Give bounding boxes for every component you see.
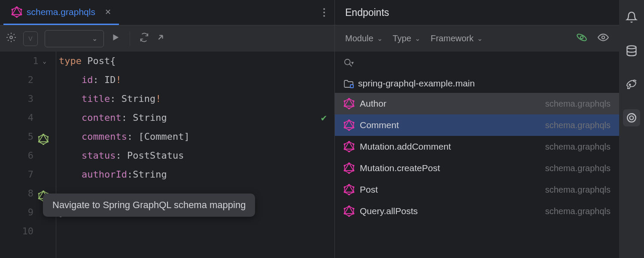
endpoint-name: Mutation.addComment bbox=[360, 141, 451, 152]
endpoint-file: schema.graphqls bbox=[545, 142, 611, 152]
graphql-icon bbox=[343, 184, 355, 195]
open-external-icon[interactable] bbox=[156, 33, 165, 44]
svg-point-18 bbox=[345, 59, 350, 65]
endpoint-item[interactable]: Query.allPosts schema.graphqls bbox=[335, 200, 619, 222]
graphql-icon bbox=[343, 141, 355, 152]
endpoint-file: schema.graphqls bbox=[545, 185, 611, 195]
graphql-icon bbox=[11, 6, 22, 18]
graphql-icon bbox=[343, 206, 355, 217]
endpoint-file: schema.graphqls bbox=[545, 206, 611, 216]
svg-point-23 bbox=[630, 116, 634, 120]
tab-overflow-menu[interactable] bbox=[317, 8, 331, 17]
endpoint-item[interactable]: Post schema.graphqls bbox=[335, 179, 619, 200]
graphql-icon bbox=[343, 98, 355, 109]
filter-framework[interactable]: Framework⌄ bbox=[431, 34, 483, 43]
endpoint-item[interactable]: Mutation.addComment schema.graphqls bbox=[335, 136, 619, 157]
refresh-icon[interactable] bbox=[140, 33, 149, 44]
endpoint-name: Mutation.createPost bbox=[360, 163, 440, 173]
run-button[interactable] bbox=[111, 33, 120, 44]
endpoint-item[interactable]: Comment schema.graphqls bbox=[335, 114, 619, 136]
endpoint-item[interactable]: Mutation.createPost schema.graphqls bbox=[335, 157, 619, 179]
run-toolbar: V ⌄ bbox=[0, 25, 334, 52]
show-icon[interactable] bbox=[598, 32, 609, 46]
endpoint-name: Author bbox=[360, 98, 386, 109]
tab-bar: schema.graphqls ✕ bbox=[0, 0, 334, 25]
filter-module[interactable]: Module⌄ bbox=[345, 34, 383, 43]
tooltip: Navigate to Spring GraphQL schema mappin… bbox=[43, 194, 255, 217]
tab-schema[interactable]: schema.graphqls ✕ bbox=[3, 0, 119, 25]
tab-label: schema.graphqls bbox=[27, 7, 95, 17]
endpoints-title: Endpoints bbox=[335, 0, 619, 25]
svg-point-15 bbox=[580, 36, 583, 39]
endpoints-search[interactable]: ▾ bbox=[335, 52, 619, 74]
endpoint-name: Comment bbox=[360, 120, 399, 130]
code-area[interactable]: type Post{ id: ID! title: String! conten… bbox=[56, 52, 190, 258]
svg-point-14 bbox=[10, 36, 12, 39]
endpoint-file: schema.graphqls bbox=[545, 99, 611, 109]
chevron-down-icon: ⌄ bbox=[415, 34, 420, 43]
endpoint-name: Query.allPosts bbox=[360, 206, 418, 216]
svg-point-17 bbox=[602, 36, 605, 39]
endpoints-panel: Endpoints Module⌄ Type⌄ Framework⌄ ▾ spr… bbox=[335, 0, 619, 258]
editor-panel: schema.graphqls ✕ V ⌄ bbox=[0, 0, 335, 258]
chevron-down-icon: ⌄ bbox=[477, 34, 483, 43]
graphql-icon bbox=[343, 163, 355, 174]
svg-rect-19 bbox=[350, 85, 353, 88]
folder-icon bbox=[343, 80, 353, 87]
gear-icon[interactable] bbox=[6, 32, 16, 45]
gutter: 1⌄2345678910 bbox=[0, 52, 56, 258]
endpoint-file: schema.graphqls bbox=[545, 120, 611, 130]
inspection-ok-icon[interactable]: ✔ bbox=[321, 108, 327, 127]
endpoint-file: schema.graphqls bbox=[545, 163, 611, 173]
filter-type[interactable]: Type⌄ bbox=[393, 34, 420, 43]
graphql-icon bbox=[343, 120, 355, 131]
openapi-icon[interactable] bbox=[576, 32, 587, 46]
right-tool-strip bbox=[619, 0, 644, 258]
endpoints-list: spring-graphql-example.main Author schem… bbox=[335, 74, 619, 258]
endpoint-name: Post bbox=[360, 184, 378, 195]
module-badge[interactable]: V bbox=[23, 31, 38, 46]
endpoints-tool-icon[interactable] bbox=[623, 109, 640, 126]
notifications-icon[interactable] bbox=[623, 9, 640, 26]
endpoints-toolbar: Module⌄ Type⌄ Framework⌄ bbox=[335, 25, 619, 52]
schema-mapping-gutter-icon[interactable] bbox=[38, 132, 46, 141]
close-icon[interactable]: ✕ bbox=[105, 7, 111, 17]
endpoints-group[interactable]: spring-graphql-example.main bbox=[335, 74, 619, 93]
chevron-down-icon: ⌄ bbox=[92, 34, 97, 43]
code-editor[interactable]: 1⌄2345678910 type Post{ id: ID! title: S… bbox=[0, 52, 334, 258]
svg-point-20 bbox=[627, 46, 636, 49]
svg-point-21 bbox=[629, 84, 631, 86]
chevron-down-icon: ⌄ bbox=[377, 34, 383, 43]
gradle-icon[interactable] bbox=[623, 76, 640, 93]
database-icon[interactable] bbox=[623, 42, 640, 59]
svg-point-16 bbox=[576, 33, 587, 42]
endpoint-item[interactable]: Author schema.graphqls bbox=[335, 93, 619, 114]
run-config-select[interactable]: ⌄ bbox=[45, 30, 104, 47]
